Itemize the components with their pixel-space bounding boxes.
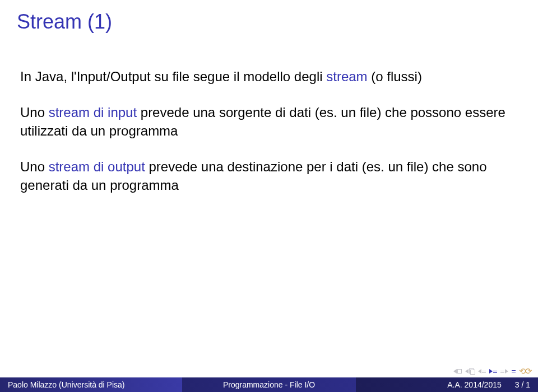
footer-page: 3 / 1	[515, 380, 530, 389]
term-stream: stream	[326, 69, 367, 84]
paragraph-1: In Java, l'Input/Output su file segue il…	[20, 67, 518, 86]
paragraph-2: Uno stream di input prevede una sorgente…	[20, 103, 518, 141]
text: Uno	[20, 105, 49, 120]
nav-loop-icon[interactable]: ⟲⟳	[519, 366, 531, 376]
footer-course: Programmazione - File I/O	[182, 377, 356, 392]
slide-title: Stream (1)	[0, 0, 538, 34]
footer-bar: Paolo Milazzo (Università di Pisa) Progr…	[0, 377, 538, 392]
paragraph-3: Uno stream di output prevede una destina…	[20, 157, 518, 195]
nav-first-icon[interactable]	[453, 369, 462, 374]
nav-bars-icon[interactable]	[512, 370, 516, 372]
nav-next-icon[interactable]	[489, 369, 497, 374]
slide-content: In Java, l'Input/Output su file segue il…	[0, 34, 538, 195]
nav-controls: ⟲⟳	[453, 366, 531, 376]
nav-prev-icon[interactable]	[478, 369, 486, 374]
text: Uno	[20, 159, 49, 174]
nav-prev-section-icon[interactable]	[465, 368, 475, 374]
footer-term: A.A. 2014/2015	[447, 380, 502, 389]
nav-next-section-icon[interactable]	[500, 369, 508, 374]
footer-author: Paolo Milazzo (Università di Pisa)	[0, 377, 182, 392]
text: In Java, l'Input/Output su file segue il…	[20, 69, 326, 84]
text: (o flussi)	[368, 69, 422, 84]
footer-right: A.A. 2014/2015 3 / 1	[356, 377, 538, 392]
term-stream-input: stream di input	[49, 105, 137, 120]
term-stream-output: stream di output	[49, 159, 145, 174]
